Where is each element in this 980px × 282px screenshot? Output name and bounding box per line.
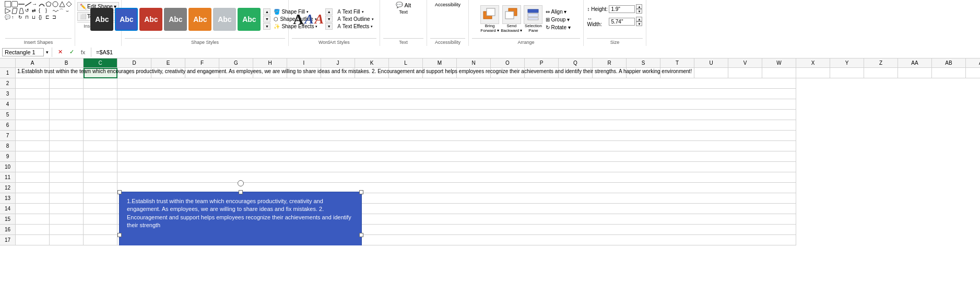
width-input[interactable] (609, 18, 635, 26)
swatch-scroll-mid[interactable]: ▼ (263, 16, 270, 22)
formula-insert-btn[interactable]: fx (78, 48, 88, 57)
cell-Z1[interactable] (864, 68, 898, 78)
col-W[interactable]: W (762, 58, 796, 67)
row-header-13[interactable]: 13 (0, 193, 16, 204)
text-fill-button[interactable]: A Text Fill ▾ (336, 8, 375, 15)
height-spin-down[interactable]: ▼ (636, 9, 642, 14)
col-N[interactable]: N (457, 58, 491, 67)
cell-W1[interactable] (762, 68, 796, 78)
row-header-5[interactable]: 5 (0, 110, 16, 120)
row-header-2[interactable]: 2 (0, 78, 16, 89)
swatch-scroll-down[interactable]: ▼ (263, 23, 270, 30)
handle-mid-right[interactable] (359, 233, 363, 237)
cell-U1[interactable] (694, 68, 728, 78)
row-header-10[interactable]: 10 (0, 162, 16, 172)
height-spin-up[interactable]: ▲ (636, 4, 642, 9)
swatch-blue[interactable]: Abc (115, 8, 138, 31)
row-header-7[interactable]: 7 (0, 131, 16, 141)
shape-icon-circle[interactable] (52, 1, 58, 7)
swatch-dark[interactable]: Abc (90, 8, 113, 31)
col-S[interactable]: S (627, 58, 660, 67)
cell-V1[interactable] (728, 68, 762, 78)
col-AA[interactable]: AA (898, 58, 932, 67)
col-H[interactable]: H (253, 58, 287, 67)
shape-icon-misc3[interactable]: ⊓ (25, 15, 31, 21)
shape-icon-curved-arrow[interactable]: ↺ (25, 8, 31, 14)
row-header-3[interactable]: 3 (0, 89, 16, 99)
col-T[interactable]: T (660, 58, 694, 67)
row-header-9[interactable]: 9 (0, 151, 16, 162)
col-AC[interactable]: AC (966, 58, 980, 67)
col-B[interactable]: B (50, 58, 84, 67)
text-effects-button[interactable]: A Text Effects ▾ (336, 23, 375, 30)
swatch-orange[interactable]: Abc (188, 8, 211, 31)
col-R[interactable]: R (593, 58, 627, 67)
shape-icon-tri[interactable] (59, 1, 65, 7)
row-header-16[interactable]: 16 (0, 225, 16, 235)
row-header-1[interactable]: 1 (0, 68, 16, 78)
shape-icon-trap[interactable] (18, 8, 25, 14)
shape-icon-diamond[interactable] (66, 1, 72, 7)
height-input[interactable] (609, 5, 635, 13)
col-G[interactable]: G (219, 58, 253, 67)
shape-container[interactable]: 1.Establish trust within the team which … (119, 192, 362, 245)
col-Z[interactable]: Z (864, 58, 898, 67)
wordart-a2[interactable]: A (304, 13, 313, 26)
send-backward-button[interactable]: SendBackward ▾ (501, 5, 522, 33)
shape-icon-rect[interactable] (5, 1, 11, 7)
col-L[interactable]: L (389, 58, 423, 67)
selection-pane-button[interactable]: SelectionPane (524, 5, 542, 33)
col-U[interactable]: U (694, 58, 728, 67)
col-J[interactable]: J (321, 58, 355, 67)
cell-AB1[interactable] (932, 68, 966, 78)
col-I[interactable]: I (287, 58, 321, 67)
row-header-6[interactable]: 6 (0, 120, 16, 131)
shape-icon-rect2[interactable] (11, 1, 18, 7)
shape-icon-line2[interactable] (25, 1, 31, 7)
cell-AA1[interactable] (898, 68, 932, 78)
cell-2[interactable] (16, 78, 50, 89)
shape-icon-arrow-up[interactable]: ↑ (11, 15, 18, 21)
shape-icon-line[interactable] (18, 1, 25, 7)
shape-icon-misc5[interactable]: ⊏ (45, 15, 52, 21)
formula-cancel-btn[interactable]: ✕ (55, 48, 65, 57)
col-F[interactable]: F (185, 58, 219, 67)
group-button[interactable]: ⊞ Group ▾ (545, 16, 571, 23)
col-P[interactable]: P (525, 58, 559, 67)
shape-icon-para[interactable] (11, 8, 18, 14)
col-C[interactable]: C (84, 58, 117, 67)
col-O[interactable]: O (491, 58, 525, 67)
shape-icon-misc6[interactable]: ⊐ (52, 15, 58, 21)
shape-icon-pentagon[interactable] (45, 1, 52, 7)
formula-input[interactable] (95, 49, 978, 56)
swatch-green[interactable]: Abc (238, 8, 261, 31)
row-header-11[interactable]: 11 (0, 172, 16, 183)
col-AB[interactable]: AB (932, 58, 966, 67)
wordart-scroll-down[interactable]: ▼ (325, 23, 333, 30)
shape-icon-brace[interactable]: {} (39, 15, 45, 21)
col-A[interactable]: A (16, 58, 50, 67)
shape-icon-arrow-circle[interactable]: ↻ (18, 15, 25, 21)
bring-forward-button[interactable]: BringForward ▾ (480, 5, 499, 33)
cell-A1[interactable]: 1.Establish trust within the team which … (16, 68, 50, 78)
shape-icon-arrow[interactable]: → (32, 1, 38, 7)
shape-icon-misc1[interactable]: ⌒ (59, 8, 65, 14)
handle-top-mid[interactable] (239, 190, 243, 194)
row-header-12[interactable]: 12 (0, 183, 16, 193)
handle-top-left[interactable] (117, 190, 122, 194)
align-button[interactable]: ⇔ Align ▾ (545, 8, 571, 15)
swatch-scroll-up[interactable]: ▲ (263, 8, 270, 15)
col-Y[interactable]: Y (830, 58, 864, 67)
row-header-14[interactable]: 14 (0, 204, 16, 214)
col-E[interactable]: E (151, 58, 185, 67)
col-D[interactable]: D (117, 58, 151, 67)
cell-AC1[interactable] (966, 68, 980, 78)
shape-icon-curve[interactable] (39, 1, 45, 7)
formula-confirm-btn[interactable]: ✓ (67, 48, 76, 57)
shape-icon-wavy[interactable] (52, 8, 58, 14)
shape-icon-double-arrow[interactable]: ⇄ (32, 8, 38, 14)
col-Q[interactable]: Q (559, 58, 593, 67)
rotate-button[interactable]: ↻ Rotate ▾ (545, 24, 571, 31)
handle-mid-left[interactable] (117, 233, 122, 237)
shape-icon-callout[interactable]: 💬 (5, 15, 11, 21)
